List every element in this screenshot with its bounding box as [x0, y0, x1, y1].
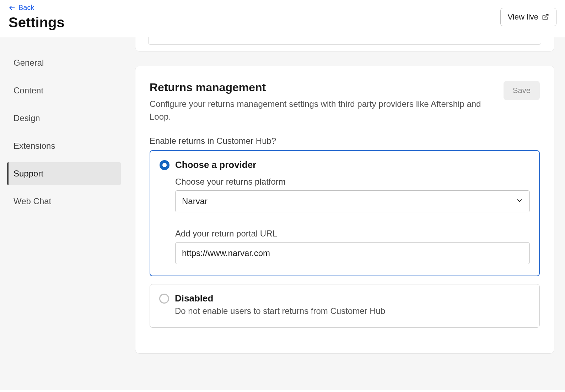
option-disabled[interactable]: Disabled Do not enable users to start re…: [150, 284, 540, 328]
returns-management-card: Returns management Configure your return…: [135, 66, 554, 354]
previous-card-stub: [135, 37, 554, 51]
svg-line-1: [545, 15, 548, 18]
portal-url-label: Add your return portal URL: [175, 229, 530, 239]
sidebar-item-web-chat[interactable]: Web Chat: [7, 190, 121, 213]
sidebar-item-extensions[interactable]: Extensions: [7, 135, 121, 157]
back-link[interactable]: Back: [9, 4, 65, 12]
returns-title: Returns management: [150, 81, 491, 94]
platform-label: Choose your returns platform: [175, 177, 530, 187]
returns-description: Configure your returns management settin…: [150, 98, 491, 123]
view-live-label: View live: [508, 12, 538, 22]
radio-selected-icon: [160, 160, 170, 170]
sidebar-item-design[interactable]: Design: [7, 107, 121, 130]
sidebar-item-general[interactable]: General: [7, 51, 121, 74]
sidebar-item-content[interactable]: Content: [7, 79, 121, 102]
page-header: Back Settings View live: [0, 0, 565, 37]
enable-returns-label: Enable returns in Customer Hub?: [150, 136, 540, 146]
returns-platform-select[interactable]: [175, 190, 530, 212]
view-live-button[interactable]: View live: [500, 8, 556, 26]
sidebar-item-support[interactable]: Support: [7, 162, 121, 185]
save-button[interactable]: Save: [504, 81, 540, 100]
external-link-icon: [542, 13, 549, 21]
settings-sidebar: General Content Design Extensions Suppor…: [0, 37, 128, 390]
return-portal-url-input[interactable]: [175, 242, 530, 264]
option-disabled-title: Disabled: [175, 293, 385, 304]
back-label: Back: [18, 4, 34, 12]
arrow-left-icon: [9, 4, 16, 11]
main-content: Returns management Configure your return…: [128, 37, 565, 390]
option-choose-provider[interactable]: Choose a provider Choose your returns pl…: [150, 150, 540, 276]
option-disabled-subtitle: Do not enable users to start returns fro…: [175, 306, 385, 316]
option-provider-title: Choose a provider: [175, 159, 530, 170]
page-title: Settings: [9, 15, 65, 31]
radio-unselected-icon: [159, 294, 169, 304]
